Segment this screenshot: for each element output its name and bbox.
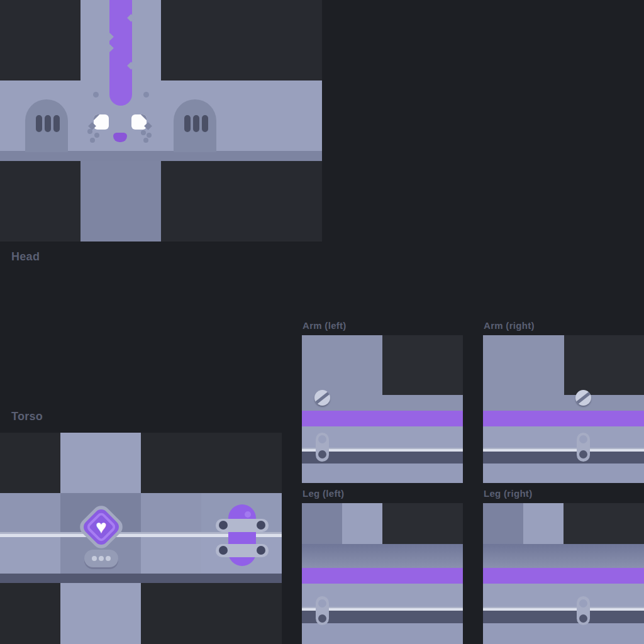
leg-foot-panel bbox=[483, 623, 644, 644]
head-bottom-flap bbox=[80, 161, 161, 242]
cheek-freckle bbox=[141, 130, 146, 135]
uv-cutout bbox=[382, 503, 463, 544]
leg-paint-stripe bbox=[302, 568, 463, 584]
cheek-freckle bbox=[94, 133, 99, 138]
strap-rivet bbox=[219, 546, 228, 555]
zipper-pull-icon bbox=[316, 433, 329, 462]
arm-hand-panel bbox=[302, 464, 463, 483]
cheek-freckle bbox=[143, 138, 148, 143]
left-ear-vent-bar bbox=[53, 115, 60, 132]
cheek-freckle bbox=[90, 138, 95, 143]
strap-rivet bbox=[219, 521, 228, 530]
leg-hip-light-patch bbox=[523, 503, 564, 544]
right-eye-fold bbox=[140, 114, 147, 121]
leg-cuff-light bbox=[483, 584, 644, 607]
leg-right-label: Leg (right) bbox=[484, 488, 532, 499]
uv-cutout bbox=[564, 335, 644, 395]
zipper-pull-icon bbox=[577, 433, 590, 462]
head-label: Head bbox=[11, 250, 40, 264]
arm-cuff-light bbox=[483, 426, 644, 448]
strap-rivet bbox=[257, 521, 265, 530]
leg-left-label: Leg (left) bbox=[303, 488, 344, 499]
character-skin-editor: Head Torso ♥ bbox=[0, 0, 644, 644]
leg-left-texture-tile[interactable] bbox=[302, 503, 463, 644]
leg-thigh-gradient bbox=[483, 544, 644, 568]
left-ear-vent-bar bbox=[36, 115, 42, 132]
torso-top-flap bbox=[60, 433, 141, 494]
leg-foot-panel bbox=[302, 623, 463, 644]
arm-right-texture-tile[interactable] bbox=[483, 335, 644, 483]
torso-texture-tile[interactable]: ♥ bbox=[0, 433, 282, 644]
left-eye-fold bbox=[94, 114, 100, 121]
uv-cutout bbox=[382, 335, 463, 395]
right-ear-vent-bar bbox=[193, 115, 199, 132]
head-texture-tile[interactable] bbox=[0, 0, 322, 242]
brow-freckle bbox=[143, 92, 149, 97]
leg-right-texture-tile[interactable] bbox=[483, 503, 644, 644]
arm-hand-panel bbox=[483, 464, 644, 483]
arm-left-texture-tile[interactable] bbox=[302, 335, 463, 483]
torso-label: Torso bbox=[11, 410, 43, 423]
arm-paint-stripe bbox=[483, 411, 644, 426]
left-ear-vent-bar bbox=[45, 115, 51, 132]
leg-navy-band bbox=[483, 611, 644, 623]
torso-hem-band bbox=[0, 574, 282, 583]
leg-paint-stripe bbox=[483, 568, 644, 584]
arm-paint-stripe bbox=[302, 411, 463, 426]
zipper-pull-icon bbox=[316, 596, 329, 625]
arm-right-label: Arm (right) bbox=[484, 320, 535, 331]
leg-thigh-gradient bbox=[302, 544, 463, 568]
right-eye bbox=[131, 114, 147, 130]
capsule-highlight bbox=[245, 511, 251, 518]
brow-freckle bbox=[93, 92, 99, 97]
heart-badge: ♥ bbox=[80, 506, 121, 547]
uv-cutout bbox=[564, 503, 644, 544]
chest-vent-pill bbox=[84, 550, 118, 567]
left-eye bbox=[94, 114, 109, 130]
leg-hip-light-patch bbox=[342, 503, 382, 544]
right-ear-vent-bar bbox=[184, 115, 191, 132]
right-ear-vent-bar bbox=[202, 115, 208, 132]
strap-rivet bbox=[257, 546, 265, 555]
arm-navy-band bbox=[483, 452, 644, 464]
arm-left-label: Arm (left) bbox=[303, 320, 347, 331]
heart-icon: ♥ bbox=[87, 513, 116, 541]
torso-bottom-flap bbox=[60, 583, 141, 644]
cheek-freckle bbox=[87, 129, 92, 134]
zipper-pull-icon bbox=[577, 596, 590, 625]
cheek-freckle bbox=[147, 133, 152, 138]
screw-icon bbox=[575, 390, 591, 406]
screw-icon bbox=[314, 390, 330, 406]
